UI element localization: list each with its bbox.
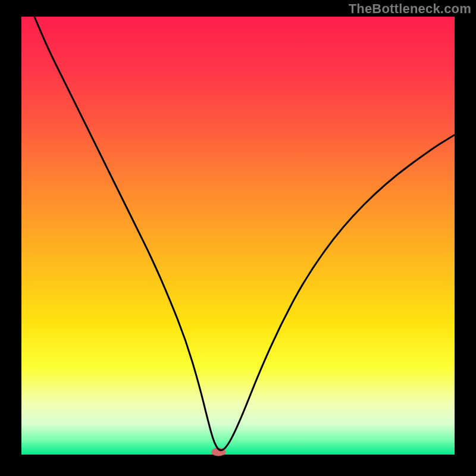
svg-rect-1: [21, 17, 455, 455]
chart-container: TheBottleneck.com: [0, 0, 476, 476]
watermark-text: TheBottleneck.com: [349, 1, 471, 17]
bottleneck-chart: [0, 0, 476, 476]
